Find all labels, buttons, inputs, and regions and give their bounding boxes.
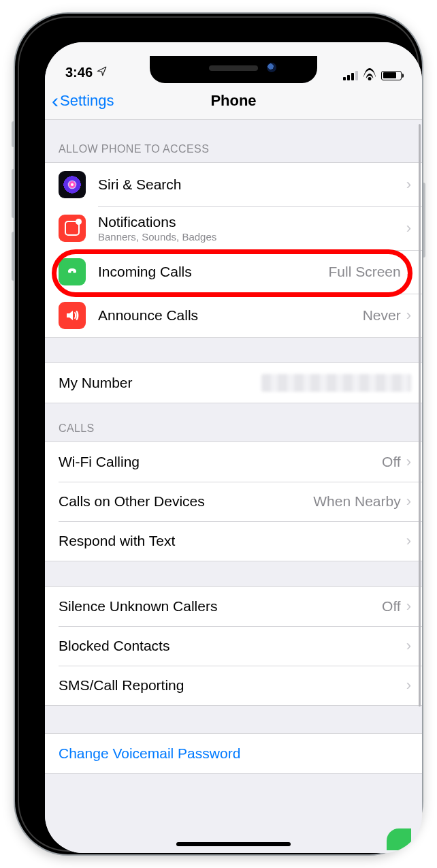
back-label: Settings xyxy=(60,92,114,110)
row-value: Off xyxy=(382,454,401,470)
section-header-calls: Calls xyxy=(45,403,422,441)
row-notifications[interactable]: Notifications Banners, Sounds, Badges › xyxy=(45,206,422,250)
toggle-peek[interactable] xyxy=(387,828,411,850)
row-sublabel: Banners, Sounds, Badges xyxy=(98,231,406,243)
location-services-icon xyxy=(97,66,107,79)
row-value: Off xyxy=(382,598,401,615)
row-label: Blocked Contacts xyxy=(59,638,406,654)
row-label: Calls on Other Devices xyxy=(59,493,313,510)
chevron-right-icon: › xyxy=(406,219,411,237)
row-label: Announce Calls xyxy=(98,307,363,324)
group-calls: Wi-Fi Calling Off › Calls on Other Devic… xyxy=(45,441,422,561)
cellular-signal-icon xyxy=(343,71,358,80)
group-voicemail: Change Voicemail Password xyxy=(45,733,422,774)
status-time: 3:46 xyxy=(65,65,93,80)
nav-header: ‹ Settings Phone xyxy=(45,82,422,120)
row-change-voicemail-password[interactable]: Change Voicemail Password xyxy=(45,734,422,773)
chevron-right-icon: › xyxy=(406,532,411,550)
device-frame: 3:46 ‹ Settings Phone Allow xyxy=(15,14,422,854)
chevron-left-icon: ‹ xyxy=(52,91,59,111)
my-number-value-redacted xyxy=(261,374,411,392)
group-access: Siri & Search › Notifications Banners, S… xyxy=(45,162,422,338)
wifi-icon xyxy=(363,70,376,80)
chevron-right-icon: › xyxy=(406,677,411,694)
chevron-right-icon: › xyxy=(406,176,411,193)
settings-content: Allow Phone to Access Siri & Search › No… xyxy=(45,120,422,853)
row-label: Siri & Search xyxy=(98,176,406,193)
row-label: Respond with Text xyxy=(59,533,406,549)
row-respond-with-text[interactable]: Respond with Text › xyxy=(45,521,422,561)
row-label: Wi-Fi Calling xyxy=(59,454,382,470)
row-siri-search[interactable]: Siri & Search › xyxy=(45,163,422,206)
home-indicator[interactable] xyxy=(176,842,291,846)
battery-icon xyxy=(381,71,402,80)
chevron-right-icon: › xyxy=(406,598,411,615)
row-wifi-calling[interactable]: Wi-Fi Calling Off › xyxy=(45,442,422,482)
page-title: Phone xyxy=(210,92,256,110)
row-incoming-calls[interactable]: Incoming Calls Full Screen › xyxy=(45,250,422,294)
notifications-icon xyxy=(59,215,86,242)
screen: 3:46 ‹ Settings Phone Allow xyxy=(45,42,422,853)
row-silence-unknown[interactable]: Silence Unknown Callers Off › xyxy=(45,587,422,626)
chevron-right-icon: › xyxy=(406,453,411,471)
row-my-number[interactable]: My Number xyxy=(45,363,422,403)
row-blocked-contacts[interactable]: Blocked Contacts › xyxy=(45,626,422,666)
chevron-right-icon: › xyxy=(406,263,411,281)
announce-calls-icon xyxy=(59,302,86,329)
siri-icon xyxy=(59,171,86,198)
group-my-number: My Number xyxy=(45,362,422,403)
row-announce-calls[interactable]: Announce Calls Never › xyxy=(45,294,422,337)
group-block: Silence Unknown Callers Off › Blocked Co… xyxy=(45,586,422,706)
back-button[interactable]: ‹ Settings xyxy=(52,82,114,119)
chevron-right-icon: › xyxy=(406,493,411,510)
row-sms-call-reporting[interactable]: SMS/Call Reporting › xyxy=(45,666,422,705)
row-calls-other-devices[interactable]: Calls on Other Devices When Nearby › xyxy=(45,482,422,521)
row-label: My Number xyxy=(59,375,261,391)
row-label: Notifications xyxy=(98,214,406,230)
notch xyxy=(150,56,317,83)
section-header-access: Allow Phone to Access xyxy=(45,120,422,162)
row-label: Incoming Calls xyxy=(98,264,328,280)
row-label: SMS/Call Reporting xyxy=(59,677,406,694)
row-value: When Nearby xyxy=(313,493,400,510)
svg-point-1 xyxy=(71,183,74,186)
incoming-calls-icon xyxy=(59,258,86,285)
row-label: Silence Unknown Callers xyxy=(59,598,382,615)
chevron-right-icon: › xyxy=(406,637,411,655)
row-value: Never xyxy=(363,307,401,324)
row-value: Full Screen xyxy=(328,264,400,280)
chevron-right-icon: › xyxy=(406,307,411,324)
row-label: Change Voicemail Password xyxy=(59,745,411,762)
scrollbar[interactable] xyxy=(419,124,421,707)
